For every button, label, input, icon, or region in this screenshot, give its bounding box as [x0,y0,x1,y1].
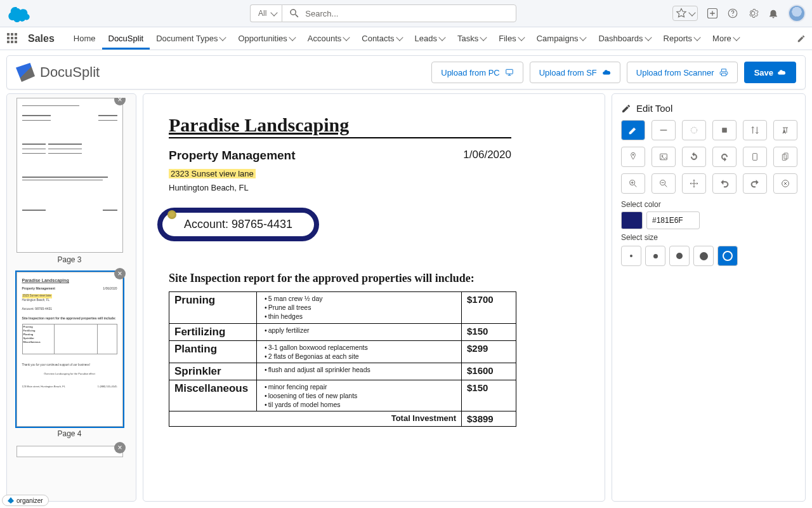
nav-tab-home[interactable]: Home [67,27,102,50]
favorites-menu[interactable] [672,6,698,21]
gear-icon[interactable] [747,8,759,19]
docusplit-app-name: DocuSplit [40,64,100,81]
tool-ellipse[interactable] [682,120,706,140]
tool-zoom-out[interactable] [652,173,676,194]
chevron-down-icon [289,34,296,41]
thumbnail-page-3[interactable]: × Page 3 [12,98,127,264]
tool-pin[interactable] [621,147,645,167]
tool-move[interactable] [682,173,706,194]
svg-rect-10 [753,154,757,161]
table-row: Miscellaneousminor fencing repairlooseni… [169,380,516,411]
table-row: Fertilizingapply fertilizer$150 [169,323,516,340]
search-scope-picker[interactable]: All [250,4,282,22]
pencil-icon[interactable] [797,34,806,43]
nav-tab-contacts[interactable]: Contacts [355,27,408,50]
annotation-handle-icon[interactable] [167,210,176,219]
chevron-down-icon [693,34,700,41]
app-launcher-icon[interactable] [6,32,19,45]
circled-account-annotation[interactable]: Account: 98765-4431 [169,213,308,236]
thumbnail-page-5[interactable]: × [12,446,127,457]
table-row: Planting3-1 gallon boxwood replacements2… [169,340,516,363]
close-icon[interactable]: × [114,268,126,279]
add-icon[interactable] [707,8,718,19]
size-md[interactable] [669,246,690,266]
close-icon[interactable]: × [114,442,126,453]
nav-tab-leads[interactable]: Leads [409,27,451,50]
tool-clear[interactable] [773,173,797,194]
nav-tab-campaigns[interactable]: Campaigns [530,27,593,50]
svg-rect-5 [723,128,727,133]
tool-arrange[interactable] [743,120,767,140]
table-row: Pruning5 man crew ½ dayPrune all treesth… [169,292,516,324]
tool-undo[interactable] [712,173,737,194]
chevron-down-icon [480,34,487,41]
save-button[interactable]: Save [744,62,796,83]
global-search[interactable]: Search... [282,4,516,22]
cloud-upload-icon [777,68,786,77]
chevron-down-icon [688,9,695,16]
upload-from-pc-button[interactable]: Upload from PC [431,62,523,83]
svg-point-2 [732,15,733,17]
printer-icon [719,68,728,77]
search-placeholder: Search... [305,9,338,18]
chevron-down-icon [219,34,226,41]
nav-tab-opportunities[interactable]: Opportunities [232,27,301,50]
chevron-down-icon [438,34,445,41]
help-icon[interactable] [727,8,738,19]
nav-tab-files[interactable]: Files [492,27,530,50]
panel-title: Edit Tool [636,103,672,114]
document-city: Huntington Beach, FL [169,183,579,192]
color-hex-input[interactable]: #181E6F [646,211,700,229]
nav-tab-docusplit[interactable]: DocuSplit [102,27,150,50]
tool-rect-filled[interactable] [712,120,737,140]
nav-tab-dashboards[interactable]: Dashboards [592,27,657,50]
tool-zoom-in[interactable] [621,173,645,194]
tool-line[interactable] [652,120,676,140]
size-lg[interactable] [693,246,714,266]
page-thumbnails-panel: × Page 3 [6,93,136,502]
thumbnail-caption: Page 3 [12,255,127,264]
nav-tab-more[interactable]: More [706,27,745,50]
upload-from-scanner-button[interactable]: Upload from Scanner [627,62,738,83]
close-icon[interactable]: × [114,98,126,105]
tool-image[interactable] [652,147,676,167]
app-nav: Sales HomeDocuSplitDocument TypesOpportu… [0,27,812,50]
global-header: All Search... [0,0,812,27]
nav-tab-document-types[interactable]: Document Types [150,27,232,50]
chevron-down-icon [518,34,525,41]
upload-from-sf-button[interactable]: Upload from SF [530,62,620,83]
document-viewer[interactable]: Paradise Landscaping Property Management… [143,93,605,502]
tool-redo[interactable] [743,173,767,194]
tool-freehand[interactable] [621,120,645,140]
notifications-icon[interactable] [768,8,779,19]
highlighted-address: 2323 Sunset view lane [169,169,256,178]
avatar[interactable] [788,4,806,22]
chevron-down-icon [396,34,403,41]
nav-tab-tasks[interactable]: Tasks [451,27,492,50]
size-xs[interactable] [621,246,641,266]
table-total-row: Total Investment$3899 [169,411,516,427]
chevron-down-icon [271,9,278,16]
tool-page[interactable] [743,147,767,167]
svg-text:A: A [783,130,786,134]
document-date: 1/06/2020 [463,149,511,163]
tool-rotate-cw[interactable] [712,147,737,167]
document-subtitle: Property Management [169,149,296,163]
edit-tool-panel: Edit Tool A Select color #181E6F [612,93,806,502]
color-swatch[interactable] [621,211,643,229]
size-xl[interactable] [717,246,738,266]
nav-tab-accounts[interactable]: Accounts [301,27,355,50]
organizer-badge[interactable]: organizer [2,495,49,506]
chevron-down-icon [733,34,740,41]
thumbnail-page-4[interactable]: × Paradise Landscaping Property Manageme… [12,272,127,438]
docusplit-logo-icon [16,63,35,82]
nav-tab-reports[interactable]: Reports [657,27,707,50]
organizer-icon [8,497,14,504]
tool-rotate-ccw[interactable] [682,147,706,167]
chevron-down-icon [580,34,587,41]
size-sm[interactable] [645,246,665,266]
svg-point-9 [662,156,663,157]
tool-text[interactable]: A [773,120,797,140]
tool-pages[interactable] [773,147,797,167]
color-section-label: Select color [621,200,796,209]
